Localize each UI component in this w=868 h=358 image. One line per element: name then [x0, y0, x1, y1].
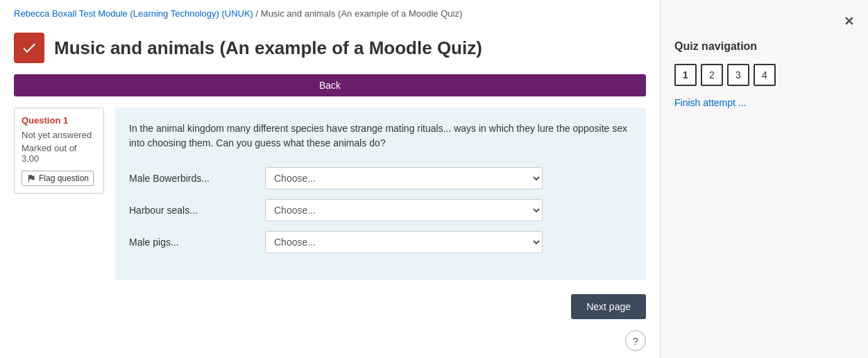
nav-num-4[interactable]: 4 — [754, 64, 776, 86]
question-marks: Marked out of 3.00 — [22, 143, 96, 164]
quiz-nav-title: Quiz navigation — [674, 40, 854, 53]
breadcrumb-quiz-name: Music and animals (An example of a Moodl… — [261, 8, 462, 19]
question-content-area: In the animal kingdom many different spe… — [115, 108, 646, 280]
main-content: Rebecca Boxall Test Module (Learning Tec… — [0, 0, 660, 358]
match-row-3: Male pigs... Choose... — [129, 231, 632, 253]
flag-question-button[interactable]: Flag question — [22, 171, 94, 186]
nav-num-1[interactable]: 1 — [674, 64, 697, 86]
match-row-2: Harbour seals... Choose... — [129, 199, 632, 221]
match-select-2[interactable]: Choose... — [265, 199, 543, 221]
nav-num-3[interactable]: 3 — [727, 64, 749, 86]
question-status: Not yet answered — [22, 130, 96, 140]
match-row-1: Male Bowerbirds... Choose... — [129, 167, 632, 189]
question-number-label: Question 1 — [22, 115, 96, 126]
flag-icon — [26, 173, 36, 183]
help-btn-container: ? — [0, 326, 660, 358]
quiz-icon-svg — [21, 40, 37, 56]
match-select-1[interactable]: Choose... — [265, 167, 543, 189]
match-label-1: Male Bowerbirds... — [129, 173, 254, 184]
match-label-2: Harbour seals... — [129, 205, 254, 216]
back-button[interactable]: Back — [14, 74, 646, 96]
quiz-body: Question 1 Not yet answered Marked out o… — [0, 108, 660, 280]
flag-question-label: Flag question — [39, 173, 89, 183]
question-text: In the animal kingdom many different spe… — [129, 121, 632, 151]
breadcrumb-module-link[interactable]: Rebecca Boxall Test Module (Learning Tec… — [14, 8, 253, 19]
question-number-value: 1 — [63, 115, 68, 126]
finish-attempt-link[interactable]: Finish attempt ... — [674, 97, 854, 108]
match-label-3: Male pigs... — [129, 237, 254, 248]
breadcrumb: Rebecca Boxall Test Module (Learning Tec… — [0, 0, 660, 27]
quiz-nav-numbers: 1 2 3 4 — [674, 64, 854, 86]
page-header: Music and animals (An example of a Moodl… — [0, 27, 660, 74]
next-page-button[interactable]: Next page — [571, 294, 646, 319]
quiz-icon — [14, 33, 44, 63]
nav-num-2[interactable]: 2 — [701, 64, 723, 86]
close-button[interactable]: ✕ — [844, 14, 854, 29]
page-title: Music and animals (An example of a Moodl… — [54, 37, 482, 59]
question-sidebar: Question 1 Not yet answered Marked out o… — [14, 108, 104, 194]
match-select-3[interactable]: Choose... — [265, 231, 543, 253]
right-sidebar: ✕ Quiz navigation 1 2 3 4 Finish attempt… — [660, 0, 868, 358]
marks-label: Marked out of — [22, 143, 77, 153]
help-button[interactable]: ? — [625, 330, 646, 351]
question-label-text: Question — [22, 115, 60, 126]
next-page-container: Next page — [0, 280, 660, 326]
breadcrumb-separator: / — [256, 8, 259, 19]
marks-value: 3.00 — [22, 153, 39, 164]
